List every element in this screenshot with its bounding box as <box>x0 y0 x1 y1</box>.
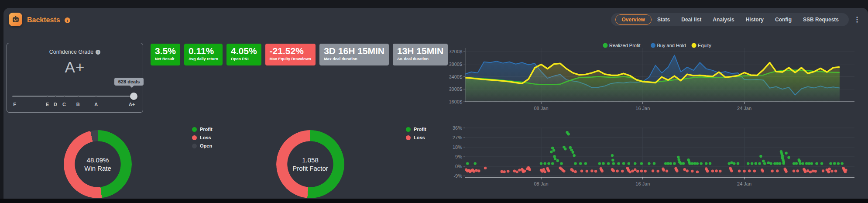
x-axis-tick-label: 08 Jan <box>534 181 548 186</box>
title-info-icon[interactable]: i <box>65 17 70 23</box>
data-point <box>696 171 699 173</box>
data-point <box>748 169 751 172</box>
data-point <box>664 162 667 165</box>
slider-tick-d <box>55 95 56 97</box>
data-point <box>805 162 808 165</box>
tab-analysis[interactable]: Analysis <box>707 14 740 25</box>
data-point <box>523 170 526 172</box>
data-point <box>563 170 565 172</box>
metric-label: Av. deal duration <box>397 57 443 61</box>
data-point <box>715 169 717 172</box>
data-point <box>556 159 559 162</box>
data-point <box>503 170 505 173</box>
data-point <box>507 170 509 172</box>
metric-label: Max Equity Drawdown <box>270 57 312 61</box>
data-point <box>776 169 779 172</box>
data-point <box>473 170 475 172</box>
y-axis-tick-label: 18% <box>453 145 462 150</box>
confidence-grade-title: Confidence Gradei <box>7 49 143 55</box>
tab-config[interactable]: Config <box>769 14 797 25</box>
data-point <box>501 170 503 173</box>
x-axis-tick-label: 24 Jan <box>737 181 751 186</box>
confidence-slider-track[interactable] <box>12 96 137 97</box>
legend-item-loss[interactable]: Loss <box>406 135 426 140</box>
data-point <box>751 162 753 165</box>
y-axis-tick-label: 9% <box>455 154 462 159</box>
profit-factor-value: 1.058 <box>302 156 319 164</box>
data-point <box>844 169 847 171</box>
data-point <box>785 152 787 155</box>
data-point <box>706 170 709 172</box>
metric-card-open-p-l: 4.05%Open P&L <box>226 44 261 65</box>
data-point <box>682 162 685 165</box>
confidence-grade-label: Confidence Grade <box>49 49 93 55</box>
metric-label: Open P&L <box>231 57 257 61</box>
tab-history[interactable]: History <box>740 14 769 25</box>
y-axis-tick-label: 0% <box>455 164 462 169</box>
data-point <box>544 162 546 165</box>
more-menu-button[interactable]: ⋮ <box>852 14 862 25</box>
data-point <box>678 158 680 161</box>
confidence-info-icon[interactable]: i <box>96 50 100 55</box>
data-point <box>677 156 679 158</box>
chart-legend-item-realized-profit[interactable]: Realized Profit <box>603 43 641 48</box>
data-point <box>617 162 620 165</box>
x-axis-tick-label: 16 Jan <box>635 181 650 186</box>
data-point <box>763 162 766 165</box>
data-point <box>809 171 812 173</box>
data-point <box>484 167 487 169</box>
data-point <box>544 170 546 173</box>
legend-item-open[interactable]: Open <box>192 143 213 148</box>
metric-card-avg-daily-return: 0.11%Avg daily return <box>184 44 223 65</box>
data-point <box>579 162 582 165</box>
y-axis-tick-label: 2400$ <box>449 74 462 79</box>
data-point <box>673 162 676 165</box>
confidence-slider-scale: FEDCBAA+ <box>12 102 137 108</box>
chart-legend-item-buy-and-hold[interactable]: Buy and Hold <box>651 43 686 48</box>
data-point <box>810 162 813 165</box>
data-point <box>733 162 735 165</box>
profit-factor-donut: 1.058 Profit Factor <box>276 130 344 198</box>
data-point <box>560 162 563 165</box>
data-point <box>737 162 739 165</box>
data-point <box>636 170 639 172</box>
data-point <box>550 151 552 153</box>
data-point <box>631 170 634 172</box>
metric-value: 3D 16H 15MIN <box>324 45 384 56</box>
data-point <box>753 170 756 172</box>
legend-item-loss[interactable]: Loss <box>192 135 213 140</box>
chart-legend-item-equity[interactable]: Equity <box>692 43 712 48</box>
data-point <box>738 170 741 172</box>
legend-label: Loss <box>200 135 211 140</box>
data-point <box>634 169 636 171</box>
data-point <box>667 162 669 165</box>
tab-ssb-requests[interactable]: SSB Requests <box>797 14 844 25</box>
data-point <box>622 162 625 165</box>
tab-deal-list[interactable]: Deal list <box>676 14 707 25</box>
data-point <box>688 162 691 165</box>
tab-stats[interactable]: Stats <box>652 14 676 25</box>
data-point <box>572 151 574 154</box>
backtests-panel: Backtests i OverviewStatsDeal listAnalys… <box>3 8 868 199</box>
data-point <box>640 162 643 165</box>
legend-item-profit[interactable]: Profit <box>406 127 426 132</box>
legend-label: Loss <box>414 135 425 140</box>
data-point <box>822 169 824 172</box>
metric-card-av-deal-duration: 13H 15MINAv. deal duration <box>393 44 448 65</box>
metric-label: Net Result <box>155 57 176 61</box>
data-point <box>547 169 550 172</box>
legend-dot <box>692 43 696 48</box>
page-title: Backtests <box>27 16 60 24</box>
metric-value: 3.5% <box>155 45 176 56</box>
metric-value: 13H 15MIN <box>397 45 443 56</box>
confidence-slider-thumb[interactable]: 628 deals <box>130 93 137 100</box>
data-point <box>719 170 721 172</box>
data-point <box>542 168 545 171</box>
data-point <box>828 168 830 170</box>
slider-tick-a <box>96 95 96 97</box>
bottom-strip <box>0 199 868 203</box>
data-point <box>770 162 772 165</box>
tab-overview[interactable]: Overview <box>615 14 652 25</box>
data-point <box>758 162 761 165</box>
legend-item-profit[interactable]: Profit <box>192 127 213 132</box>
